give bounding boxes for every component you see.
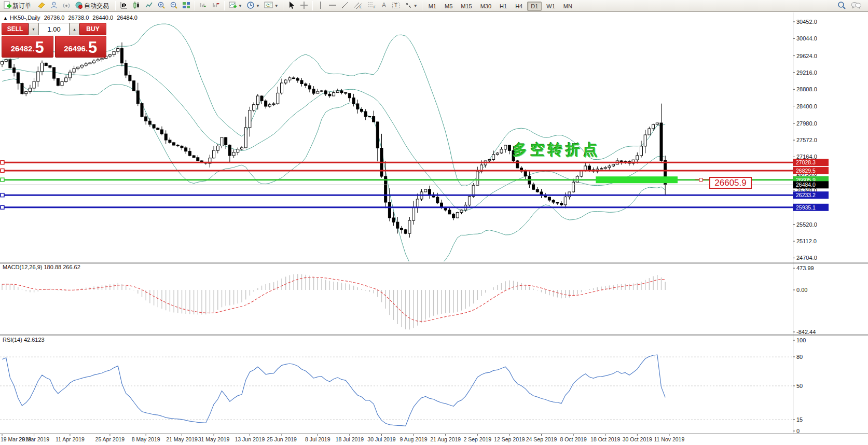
new-order-button[interactable]: 新订单: [2, 1, 35, 11]
bar-chart-mode-button[interactable]: [118, 1, 130, 11]
rsi-indicator-label: RSI(14) 42.6123: [3, 337, 45, 343]
svg-text:29216.0: 29216.0: [796, 69, 817, 76]
line-chart-icon: [145, 1, 153, 10]
svg-text:15: 15: [796, 416, 803, 423]
volume-decrease-button[interactable]: ▼: [29, 23, 38, 35]
trading-terminal: 新订单 自动交易: [0, 0, 868, 445]
cursor-arrow-icon: [287, 1, 296, 10]
one-click-trade-panel: SELL ▼ 1.00 ▲ BUY 26482.5 26496.5: [2, 23, 106, 58]
cursor-tool-button[interactable]: [286, 1, 297, 11]
templates-dropdown[interactable]: ▼: [263, 1, 280, 11]
timeframe-button-M15[interactable]: M15: [457, 2, 475, 11]
macd-pane: [2, 274, 665, 329]
search-button[interactable]: [835, 1, 848, 11]
vertical-line-tool[interactable]: [315, 1, 326, 11]
svg-text:21 Aug 2019: 21 Aug 2019: [430, 436, 461, 442]
time-axis[interactable]: 19 Mar 201929 Mar 201911 Apr 201925 Apr …: [1, 434, 684, 442]
line-handle[interactable]: [1, 178, 4, 182]
toolbar-separator: [283, 1, 283, 10]
text-tool[interactable]: A: [379, 1, 389, 11]
crosshair-tool-button[interactable]: [298, 1, 310, 11]
timeframe-button-H1[interactable]: H1: [496, 2, 511, 11]
line-handle[interactable]: [1, 193, 4, 197]
svg-text:18 Jul 2019: 18 Jul 2019: [336, 436, 364, 442]
sell-price-main: 26482.: [11, 42, 35, 55]
price-callout-label[interactable]: 26605.9: [709, 177, 752, 189]
zoom-in-button[interactable]: [156, 1, 167, 11]
svg-text:2 Sep 2019: 2 Sep 2019: [463, 436, 491, 442]
line-handle[interactable]: [1, 169, 4, 172]
text-label-tool[interactable]: T: [390, 1, 402, 11]
timeframe-button-M30[interactable]: M30: [477, 2, 495, 11]
timeframe-button-MN[interactable]: MN: [560, 2, 576, 11]
svg-text:30 Oct 2019: 30 Oct 2019: [623, 436, 652, 442]
signals-button[interactable]: [61, 1, 72, 11]
buy-button[interactable]: BUY: [79, 23, 106, 35]
volume-increase-button[interactable]: ▲: [70, 23, 79, 35]
chart-canvas[interactable]: 30452.030044.029624.029216.028808.028400…: [0, 12, 868, 445]
svg-text:F: F: [374, 5, 376, 9]
price-axis[interactable]: 30452.030044.029624.029216.028808.028400…: [793, 19, 829, 434]
svg-text:11 Nov 2019: 11 Nov 2019: [654, 436, 685, 442]
highlight-rectangle[interactable]: [596, 176, 678, 183]
periods-dropdown[interactable]: ▼: [245, 1, 261, 11]
sell-button[interactable]: SELL: [2, 23, 29, 35]
callout-anchor[interactable]: [699, 178, 702, 182]
auto-scroll-icon: [199, 1, 208, 10]
svg-text:9 Aug 2019: 9 Aug 2019: [400, 436, 428, 442]
timeframe-button-W1[interactable]: W1: [543, 2, 559, 11]
svg-text:24 Sep 2019: 24 Sep 2019: [526, 436, 557, 442]
svg-text:8 Jul 2019: 8 Jul 2019: [305, 436, 330, 442]
svg-text:28808.0: 28808.0: [796, 86, 817, 92]
svg-text:29 Mar 2019: 29 Mar 2019: [19, 436, 49, 442]
candlestick-mode-button[interactable]: [131, 1, 142, 11]
ohlc-low: 26440.0: [92, 15, 113, 21]
svg-text:25 Jun 2019: 25 Jun 2019: [267, 436, 297, 442]
arrows-dropdown[interactable]: ▼: [403, 1, 419, 11]
horizontal-line-tool[interactable]: [327, 1, 338, 11]
dropdown-caret-icon: ▼: [414, 4, 418, 8]
line-handle[interactable]: [1, 161, 4, 164]
svg-text:A: A: [382, 2, 386, 9]
chat-button[interactable]: [849, 1, 863, 11]
vertical-line-icon: [317, 1, 324, 11]
dropdown-caret-icon: ▼: [274, 4, 279, 8]
timeframe-button-D1[interactable]: D1: [527, 2, 542, 11]
timeframe-button-M1[interactable]: M1: [425, 2, 440, 11]
svg-text:26233.2: 26233.2: [796, 192, 816, 198]
auto-scroll-button[interactable]: [198, 1, 209, 11]
chart-shift-button[interactable]: [210, 1, 222, 11]
svg-text:25112.0: 25112.0: [796, 238, 817, 244]
template-chart-icon: [264, 1, 273, 10]
depth-of-market-button[interactable]: [36, 1, 47, 11]
ohlc-close: 26484.0: [117, 15, 137, 21]
fibonacci-tool[interactable]: F: [365, 1, 378, 11]
chart-annotation-text[interactable]: 多空转折点: [513, 140, 601, 160]
chart-symbol-period: HK50-,Daily: [10, 15, 40, 21]
svg-text:25520.0: 25520.0: [796, 221, 817, 228]
community-button[interactable]: [48, 1, 60, 11]
community-person-icon: [50, 1, 58, 10]
channel-icon: E: [353, 1, 363, 11]
buy-price-display[interactable]: 26496.5: [55, 36, 107, 58]
line-chart-mode-button[interactable]: [143, 1, 155, 11]
trendline-tool[interactable]: [339, 1, 351, 11]
svg-text:25935.1: 25935.1: [796, 204, 816, 211]
trendline-icon: [341, 1, 349, 11]
rsi-pane: [0, 355, 793, 426]
autotrading-button[interactable]: 自动交易: [73, 1, 113, 11]
equidistant-channel-tool[interactable]: E: [352, 1, 364, 11]
dropdown-caret-icon: ▼: [256, 4, 260, 8]
zoom-out-button[interactable]: [168, 1, 180, 11]
sell-price-display[interactable]: 26482.5: [2, 36, 53, 58]
new-chart-dropdown[interactable]: ▼: [227, 1, 244, 11]
tile-windows-button[interactable]: [181, 1, 192, 11]
line-handle[interactable]: [1, 205, 4, 209]
timeframe-button-H4[interactable]: H4: [512, 2, 526, 11]
svg-text:31 May 2019: 31 May 2019: [198, 436, 230, 442]
candlestick-icon: [132, 1, 141, 10]
chat-bubbles-icon: [850, 1, 862, 11]
timeframe-button-M5[interactable]: M5: [441, 2, 456, 11]
svg-text:8 May 2019: 8 May 2019: [132, 436, 160, 442]
volume-input[interactable]: 1.00: [38, 23, 70, 35]
